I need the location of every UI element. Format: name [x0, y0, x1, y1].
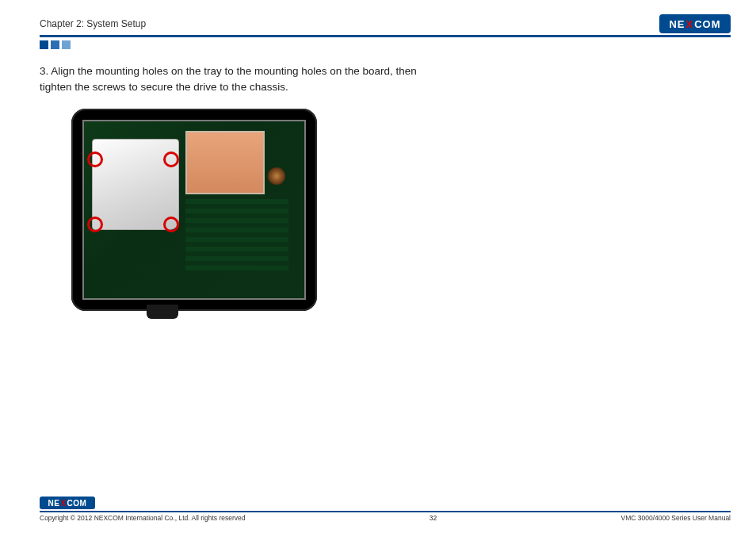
- chassis-tab: [147, 305, 178, 319]
- page-header: Chapter 2: System Setup NEXCOM: [40, 14, 731, 33]
- logo-part-left: NE: [669, 18, 685, 30]
- logo-part-right: COM: [694, 18, 720, 30]
- footer-text-row: Copyright © 2012 NEXCOM International Co…: [40, 514, 731, 522]
- pcb-components: [185, 199, 288, 270]
- step-number: 3.: [40, 65, 48, 77]
- logo-part-x: X: [686, 18, 694, 30]
- page-footer: NEXCOM Copyright © 2012 NEXCOM Internati…: [40, 497, 731, 522]
- hardware-photo: [71, 109, 317, 311]
- logo-part-x: X: [60, 499, 66, 508]
- copyright-text: Copyright © 2012 NEXCOM International Co…: [40, 514, 246, 522]
- screw-marker-icon: [87, 151, 103, 167]
- instruction-step: 3. Align the mounting holes on the tray …: [40, 63, 452, 94]
- nexcom-logo-bottom: NEXCOM: [40, 497, 95, 509]
- footer-rule: [40, 511, 731, 512]
- logo-part-right: COM: [67, 499, 87, 508]
- heatsink-block: [185, 131, 265, 194]
- document-page: Chapter 2: System Setup NEXCOM 3. Align …: [0, 0, 756, 533]
- screw-marker-icon: [87, 217, 103, 232]
- step-description: Align the mounting holes on the tray to …: [40, 65, 417, 93]
- screw-marker-icon: [163, 217, 179, 232]
- screw-marker-icon: [163, 151, 179, 167]
- nexcom-logo-top: NEXCOM: [659, 14, 731, 33]
- inductor-coil: [268, 167, 285, 185]
- logo-part-left: NE: [48, 499, 60, 508]
- square-icon: [62, 40, 71, 49]
- page-number: 32: [246, 514, 621, 522]
- chapter-title: Chapter 2: System Setup: [40, 18, 146, 29]
- square-icon: [51, 40, 59, 49]
- manual-title: VMC 3000/4000 Series User Manual: [621, 514, 731, 522]
- decorative-squares: [40, 40, 731, 49]
- square-icon: [40, 40, 48, 49]
- circuit-board-image: [82, 120, 306, 300]
- header-rule: [40, 35, 731, 37]
